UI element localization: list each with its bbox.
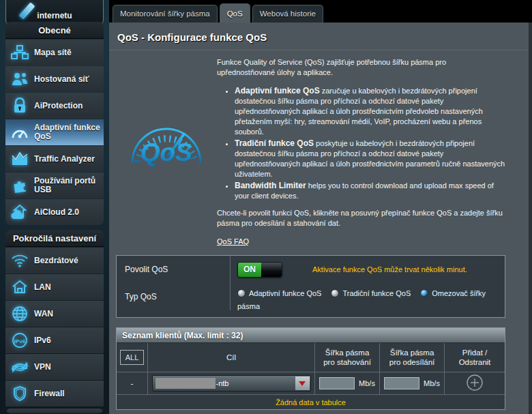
intro-section: QoS Funkce Quality of Service (QoS) zaji… bbox=[109, 50, 529, 247]
sidebar-item-label: LAN bbox=[34, 283, 104, 292]
sidebar: internetu Obecné Mapa sítě Hostovaná síť… bbox=[0, 0, 109, 414]
sidebar-item-aicloud[interactable]: AiCloud 2.0 bbox=[5, 199, 104, 225]
sidebar-item-label: Bezdrátové bbox=[34, 256, 104, 265]
sidebar-item-ipv6[interactable]: IPv6 IPv6 bbox=[5, 327, 104, 353]
tab-qos[interactable]: QoS bbox=[220, 3, 250, 23]
radio-adaptive-qos-label[interactable]: Adaptivní funkce QoS bbox=[249, 289, 321, 297]
column-header-download: Šířka pásma pro stahování bbox=[314, 343, 379, 372]
intro-bullets: Adaptivní funkce QoS zaručuje u kabelový… bbox=[235, 86, 505, 201]
intro-text: Funkce Quality of Service (QoS) zajišťuj… bbox=[217, 57, 505, 247]
intro-paragraph-2: Chcete-li povolit funkci QoS, klikněte n… bbox=[217, 208, 505, 228]
select-all-button[interactable]: ALL bbox=[120, 350, 145, 365]
radio-traditional-qos-label[interactable]: Tradiční funkce QoS bbox=[342, 289, 411, 297]
sidebar-item-label: WAN bbox=[34, 310, 104, 319]
qos-type-label: Typ QoS bbox=[117, 283, 231, 310]
sidebar-item-label: AiProtection bbox=[34, 102, 104, 110]
sidebar-item-label: AiCloud 2.0 bbox=[34, 208, 104, 217]
client-entry-row: - -ntb Mb/s Mb/s bbox=[117, 372, 505, 394]
radio-traditional-qos[interactable] bbox=[331, 289, 339, 297]
row-index: - bbox=[117, 372, 147, 394]
target-dropdown[interactable]: -ntb bbox=[152, 375, 311, 391]
radio-bandwidth-limiter[interactable] bbox=[420, 289, 428, 297]
upload-bandwidth-input[interactable] bbox=[384, 377, 419, 389]
aicloud-icon bbox=[5, 204, 34, 220]
content-panel: QoS - Konfigurace funkce QoS QoS bbox=[109, 23, 532, 414]
sidebar-item-label: VPN bbox=[34, 363, 104, 372]
qos-logo-text: QoS bbox=[141, 138, 192, 166]
tab-bar: Monitorování šířky pásma QoS Webová hist… bbox=[109, 0, 532, 23]
pencil-icon bbox=[18, 2, 35, 19]
sidebar-section-general: Obecné Mapa sítě Hostovaná síť AiProtect… bbox=[5, 22, 104, 225]
guest-network-icon bbox=[5, 71, 34, 87]
firewall-shield-icon bbox=[5, 385, 34, 402]
bullet-adaptive-qos: Adaptivní funkce QoS zaručuje u kabelový… bbox=[235, 86, 505, 137]
qos-settings-panel: Povolit QoS ON Aktivace funkce QoS může … bbox=[116, 255, 505, 318]
qos-faq-link[interactable]: QoS FAQ bbox=[217, 237, 249, 246]
sidebar-section-advanced: Pokročilá nastavení Bezdrátové LAN WAN I… bbox=[5, 230, 104, 413]
sidebar-item-aiprotection[interactable]: AiProtection bbox=[5, 93, 104, 119]
sidebar-item-label: Hostovaná síť bbox=[34, 75, 104, 84]
column-header-upload: Šířka pásma pro odesílání bbox=[379, 343, 444, 372]
column-header-add-remove: Přidat / Odstranit bbox=[444, 343, 505, 372]
client-list-header-row: ALL Cíl Šířka pásma pro stahování Šířka … bbox=[117, 343, 505, 372]
main-area: Monitorování šířky pásma QoS Webová hist… bbox=[109, 0, 532, 414]
aiprotection-lock-icon bbox=[5, 98, 34, 114]
toggle-on-label: ON bbox=[238, 263, 261, 277]
sidebar-item-network-map[interactable]: Mapa sítě bbox=[5, 40, 104, 65]
sidebar-item-label: IPv6 bbox=[34, 336, 104, 345]
sidebar-item-adaptive-qos[interactable]: Adaptivní funkce QoS bbox=[5, 119, 104, 145]
ipv6-globe-icon: IPv6 bbox=[5, 332, 34, 349]
tab-web-history[interactable]: Webová historie bbox=[252, 5, 323, 23]
qos-toggle[interactable]: ON bbox=[237, 262, 282, 278]
add-client-icon[interactable] bbox=[466, 374, 484, 393]
enable-qos-label: Povolit QoS bbox=[117, 256, 231, 283]
redacted-client-name bbox=[156, 378, 216, 389]
upload-unit-label: Mb/s bbox=[424, 379, 440, 387]
quick-setup-label: internetu bbox=[37, 11, 72, 20]
vpn-icon bbox=[5, 359, 34, 374]
svg-text:IPv6: IPv6 bbox=[14, 338, 26, 344]
intro-paragraph-1: Funkce Quality of Service (QoS) zajišťuj… bbox=[217, 57, 505, 78]
tab-bandwidth-monitor[interactable]: Monitorování šířky pásma bbox=[113, 5, 218, 23]
sidebar-item-guest-network[interactable]: Hostovaná síť bbox=[5, 66, 104, 92]
sidebar-item-traffic-analyzer[interactable]: Traffic Analyzer bbox=[5, 146, 104, 172]
target-dropdown-value: -ntb bbox=[216, 379, 229, 387]
usb-puzzle-icon bbox=[5, 177, 34, 194]
column-header-target: Cíl bbox=[147, 343, 314, 372]
activation-note: Aktivace funkce QoS může trvat několik m… bbox=[312, 265, 467, 273]
sidebar-item-usb-apps[interactable]: Používání portů USB bbox=[5, 173, 104, 198]
client-list-table: Seznam klientů (Max. limit : 32) ALL Cíl… bbox=[116, 327, 505, 410]
page-title: QoS - Konfigurace funkce QoS bbox=[109, 23, 529, 50]
bullet-traditional-qos: Tradiční funkce QoS poskytuje u kabelový… bbox=[235, 138, 505, 179]
sidebar-item-next-partial[interactable] bbox=[5, 409, 104, 413]
sidebar-item-vpn[interactable]: VPN bbox=[5, 354, 104, 380]
sidebar-item-wan[interactable]: WAN bbox=[5, 301, 104, 327]
sidebar-item-wireless[interactable]: Bezdrátové bbox=[5, 248, 104, 273]
qos-logo: QoS bbox=[116, 57, 217, 247]
section-header-advanced: Pokročilá nastavení bbox=[5, 230, 104, 247]
sidebar-item-firewall[interactable]: Firewall bbox=[5, 381, 104, 406]
wan-globe-icon bbox=[5, 306, 34, 322]
download-unit-label: Mb/s bbox=[359, 379, 375, 387]
sidebar-item-label: Mapa sítě bbox=[34, 48, 104, 57]
empty-table-message: Žádná data v tabulce bbox=[117, 394, 505, 409]
section-header-general: Obecné bbox=[5, 22, 104, 39]
client-list-title: Seznam klientů (Max. limit : 32) bbox=[117, 328, 505, 343]
bullet-bandwidth-limiter: Bandwidth Limiter helps you to control d… bbox=[235, 181, 505, 201]
wifi-icon bbox=[5, 253, 34, 268]
radio-adaptive-qos[interactable] bbox=[237, 289, 246, 297]
sidebar-item-label: Traffic Analyzer bbox=[34, 155, 104, 164]
sidebar-item-label: Adaptivní funkce QoS bbox=[34, 123, 104, 141]
traffic-analyzer-icon bbox=[5, 151, 34, 166]
sidebar-item-lan[interactable]: LAN bbox=[5, 274, 104, 300]
sidebar-item-label: Firewall bbox=[34, 389, 104, 398]
lan-house-icon bbox=[5, 279, 34, 295]
sidebar-item-label: Používání portů USB bbox=[34, 177, 104, 194]
dropdown-arrow-icon[interactable] bbox=[295, 376, 310, 390]
qos-type-options: Adaptivní funkce QoSTradiční funkce QoSO… bbox=[237, 287, 505, 313]
download-bandwidth-input[interactable] bbox=[319, 377, 355, 389]
network-map-icon bbox=[5, 44, 34, 61]
toggle-knob[interactable] bbox=[261, 263, 282, 277]
qos-gauge-icon bbox=[5, 125, 34, 140]
